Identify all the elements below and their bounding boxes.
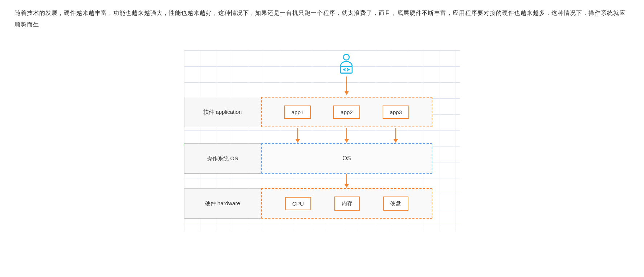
arrow-app2-to-os bbox=[346, 128, 347, 142]
svg-point-0 bbox=[343, 54, 349, 60]
arrow-user-to-apps bbox=[346, 77, 347, 95]
group-applications: app1 app2 app3 bbox=[261, 97, 432, 127]
node-app2: app2 bbox=[333, 106, 360, 119]
group-hardware: CPU 内存 硬盘 bbox=[261, 188, 432, 219]
arrow-app3-to-os bbox=[395, 128, 396, 142]
arrow-os-to-hardware bbox=[346, 174, 347, 187]
node-memory: 内存 bbox=[334, 197, 360, 211]
os-architecture-diagram: 软件 application app1 app2 app3 操作系统 OS OS… bbox=[184, 50, 460, 232]
intro-paragraph: 随着技术的发展，硬件越来越丰富，功能也越来越强大，性能也越来越好，这种情况下，如… bbox=[0, 7, 644, 30]
row-label-hardware: 硬件 hardware bbox=[184, 188, 261, 219]
node-disk: 硬盘 bbox=[383, 197, 408, 211]
row-label-application: 软件 application bbox=[184, 97, 261, 127]
node-app3: app3 bbox=[383, 106, 409, 119]
node-app1: app1 bbox=[284, 106, 311, 119]
node-os: OS bbox=[342, 155, 351, 162]
group-os: OS bbox=[261, 143, 432, 174]
developer-icon bbox=[335, 52, 358, 75]
svg-rect-1 bbox=[341, 66, 352, 73]
arrow-app1-to-os bbox=[297, 128, 298, 142]
node-cpu: CPU bbox=[285, 197, 311, 210]
row-label-os: 操作系统 OS bbox=[184, 143, 261, 174]
